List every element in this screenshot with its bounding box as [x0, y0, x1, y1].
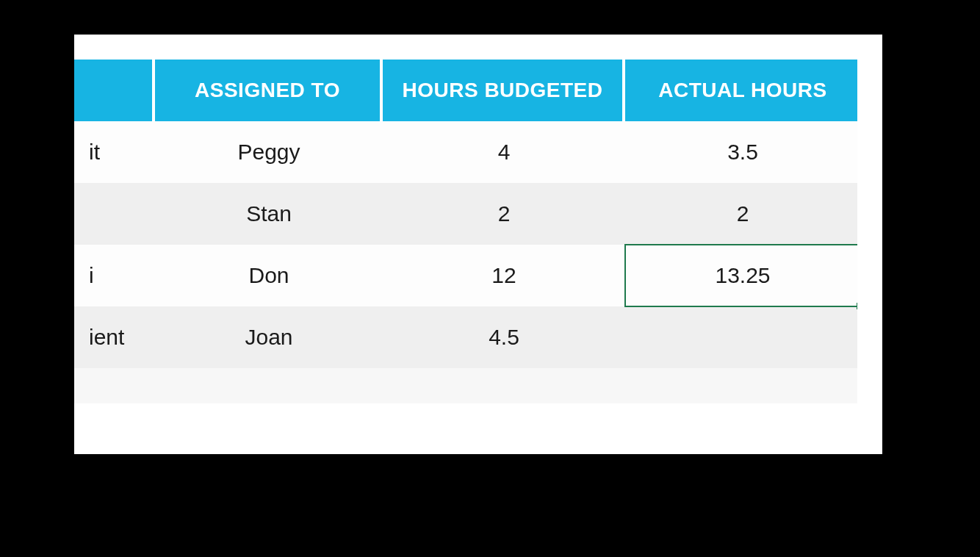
cell-budgeted[interactable]: 12	[383, 245, 625, 306]
cell-type[interactable]: it	[74, 121, 155, 183]
col-header-budgeted[interactable]: HOURS BUDGETED	[383, 60, 625, 121]
table-row: Stan 2 2	[74, 183, 857, 245]
table-row: it Peggy 4 3.5	[74, 121, 857, 183]
col-header-actual[interactable]: ACTUAL HOURS	[625, 60, 857, 121]
cell-actual[interactable]: 3.5	[625, 121, 857, 183]
cell-assigned[interactable]: Don	[155, 245, 383, 306]
table-row: ient Joan 4.5	[74, 306, 857, 368]
col-header-assigned[interactable]: ASSIGNED TO	[155, 60, 383, 121]
cell-empty[interactable]	[383, 368, 625, 403]
col-header-type[interactable]: PE	[74, 60, 155, 121]
table-row-empty	[74, 368, 857, 403]
cell-budgeted[interactable]: 4.5	[383, 306, 625, 368]
cell-actual[interactable]: 13.25	[625, 245, 857, 306]
table-row: i Don 12 13.25	[74, 245, 857, 306]
cell-budgeted[interactable]: 4	[383, 121, 625, 183]
table-header-row: PE ASSIGNED TO HOURS BUDGETED ACTUAL HOU…	[74, 60, 857, 121]
cell-empty[interactable]	[74, 368, 155, 403]
cell-assigned[interactable]: Peggy	[155, 121, 383, 183]
spreadsheet-view: PE ASSIGNED TO HOURS BUDGETED ACTUAL HOU…	[74, 60, 857, 429]
cell-empty[interactable]	[625, 368, 857, 403]
cell-assigned[interactable]: Stan	[155, 183, 383, 245]
cell-empty[interactable]	[155, 368, 383, 403]
cell-type[interactable]: i	[74, 245, 155, 306]
hours-table[interactable]: PE ASSIGNED TO HOURS BUDGETED ACTUAL HOU…	[74, 60, 857, 403]
cell-actual[interactable]	[625, 306, 857, 368]
cell-actual[interactable]: 2	[625, 183, 857, 245]
cell-budgeted[interactable]: 2	[383, 183, 625, 245]
cell-type[interactable]: ient	[74, 306, 155, 368]
cell-assigned[interactable]: Joan	[155, 306, 383, 368]
spreadsheet-card: PE ASSIGNED TO HOURS BUDGETED ACTUAL HOU…	[74, 35, 882, 454]
cell-type[interactable]	[74, 183, 155, 245]
